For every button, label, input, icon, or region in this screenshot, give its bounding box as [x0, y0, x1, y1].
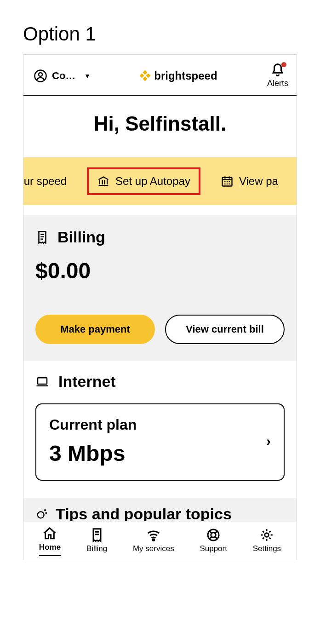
setup-autopay-label: Set up Autopay [115, 175, 190, 188]
svg-point-1 [39, 72, 42, 76]
svg-rect-3 [38, 378, 47, 384]
caret-down-icon: ▼ [84, 72, 91, 80]
receipt-icon [35, 230, 49, 244]
app-frame: Con… ▼ brightspeed Alerts Hi, Selfinstal… [23, 54, 297, 560]
brand-logo: brightspeed [140, 69, 217, 82]
nav-billing-label: Billing [86, 544, 107, 553]
greeting-text: Hi, Selfinstall. [23, 96, 297, 157]
bank-icon [97, 175, 110, 188]
top-bar: Con… ▼ brightspeed Alerts [23, 55, 297, 96]
nav-support-label: Support [200, 544, 227, 553]
nav-services-label: My services [133, 544, 174, 553]
current-plan-card[interactable]: Current plan 3 Mbps › [35, 403, 285, 481]
internet-title: Internet [58, 373, 116, 391]
account-dropdown[interactable]: Con… ▼ [34, 69, 91, 83]
svg-point-5 [153, 539, 154, 540]
gear-icon [259, 528, 274, 542]
plan-label: Current plan [49, 416, 137, 433]
nav-services[interactable]: My services [133, 528, 174, 556]
internet-section: Internet Current plan 3 Mbps › [23, 361, 297, 489]
view-past-label: View pa [239, 175, 278, 188]
nav-support[interactable]: Support [200, 528, 227, 556]
alerts-button[interactable]: Alerts [267, 63, 288, 88]
wifi-icon [146, 528, 161, 542]
billing-title: Billing [57, 228, 105, 246]
quick-actions-strip[interactable]: ove your speed Set up Autopay View pa [23, 157, 297, 205]
brand-name: brightspeed [154, 69, 217, 82]
tips-section[interactable]: Tips and popular topics [23, 498, 297, 521]
svg-point-7 [211, 533, 216, 538]
page-title: Option 1 [23, 23, 297, 45]
account-name: Con… [52, 70, 80, 82]
make-payment-button[interactable]: Make payment [35, 315, 155, 344]
notification-dot-icon [281, 62, 286, 67]
view-past-chip[interactable]: View pa [213, 169, 278, 193]
billing-amount: $0.00 [35, 258, 285, 283]
improve-speed-label: ove your speed [23, 175, 67, 188]
lifebuoy-icon [206, 528, 221, 542]
svg-point-4 [38, 512, 44, 518]
setup-autopay-chip[interactable]: Set up Autopay [87, 167, 200, 195]
plan-value: 3 Mbps [49, 441, 137, 466]
improve-speed-chip[interactable]: ove your speed [23, 169, 74, 193]
nav-home-label: Home [39, 543, 61, 552]
account-circle-icon [34, 69, 47, 83]
nav-billing[interactable]: Billing [86, 528, 107, 556]
brand-mark-icon [140, 71, 150, 81]
billing-icon [90, 528, 104, 542]
chevron-right-icon: › [266, 433, 271, 449]
sparkle-icon [35, 507, 48, 520]
billing-card: Billing $0.00 Make payment View current … [23, 215, 297, 361]
tips-title: Tips and popular topics [56, 505, 232, 522]
home-icon [42, 526, 57, 541]
nav-home[interactable]: Home [39, 526, 61, 556]
svg-point-8 [265, 533, 269, 537]
view-current-bill-button[interactable]: View current bill [165, 315, 285, 344]
alerts-label: Alerts [267, 79, 288, 88]
nav-settings-label: Settings [253, 544, 281, 553]
nav-settings[interactable]: Settings [253, 528, 281, 556]
calendar-icon [221, 175, 234, 188]
laptop-icon [35, 375, 49, 389]
bottom-nav: Home Billing My services Support Setting… [23, 521, 297, 560]
